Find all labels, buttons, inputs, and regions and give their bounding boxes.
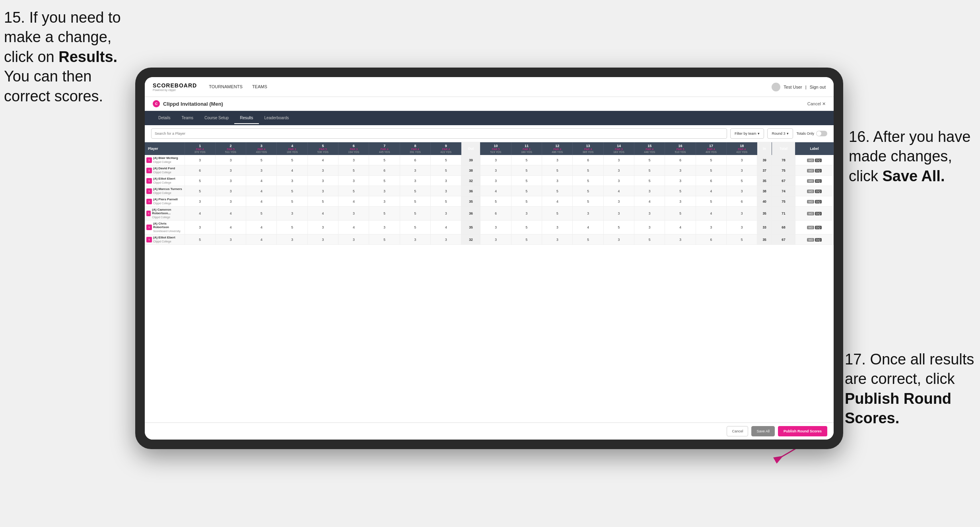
back-score-14[interactable]: 5 [603, 221, 634, 234]
hole-score-2[interactable]: 3 [215, 176, 246, 186]
hole-score-5[interactable]: 5 [307, 196, 338, 207]
hole-score-9[interactable]: 5 [431, 165, 461, 176]
back-score-12[interactable]: 3 [542, 155, 573, 165]
publish-button[interactable]: Publish Round Scores [778, 426, 827, 436]
cancel-button[interactable]: Cancel [727, 426, 748, 436]
back-score-17[interactable]: 6 [696, 176, 726, 186]
hole-score-9[interactable]: 5 [431, 155, 461, 165]
hole-score-2[interactable]: 4 [215, 207, 246, 221]
hole-score-8[interactable]: 3 [400, 176, 430, 186]
label-dq[interactable]: DQ [815, 159, 822, 162]
hole-score-5[interactable]: 4 [307, 207, 338, 221]
back-score-15[interactable]: 5 [634, 234, 665, 245]
tab-results[interactable]: Results [234, 112, 259, 124]
hole-score-3[interactable]: 4 [246, 176, 277, 186]
hole-score-7[interactable]: 5 [369, 155, 400, 165]
label-dq[interactable]: DQ [815, 238, 822, 242]
back-score-18[interactable]: 5 [727, 176, 757, 186]
hole-score-8[interactable]: 3 [400, 165, 430, 176]
hole-score-7[interactable]: 3 [369, 221, 400, 234]
nav-teams[interactable]: TEAMS [252, 83, 267, 91]
hole-score-3[interactable]: 4 [246, 196, 277, 207]
back-score-11[interactable]: 5 [511, 165, 542, 176]
hole-score-1[interactable]: 6 [185, 165, 215, 176]
hole-score-2[interactable]: 3 [215, 165, 246, 176]
label-wd[interactable]: WD [807, 238, 814, 242]
hole-score-6[interactable]: 3 [338, 234, 369, 245]
hole-score-8[interactable]: 5 [400, 221, 430, 234]
back-score-16[interactable]: 3 [665, 234, 696, 245]
hole-score-7[interactable]: 5 [369, 207, 400, 221]
back-score-18[interactable]: 3 [727, 155, 757, 165]
filter-team-btn[interactable]: Filter by team ▾ [730, 128, 764, 139]
save-all-button[interactable]: Save All [751, 426, 775, 436]
back-score-16[interactable]: 3 [665, 165, 696, 176]
hole-score-8[interactable]: 6 [400, 155, 430, 165]
hole-score-9[interactable]: 3 [431, 207, 461, 221]
hole-score-8[interactable]: 5 [400, 196, 430, 207]
hole-score-9[interactable]: 3 [431, 186, 461, 196]
hole-score-6[interactable]: 5 [338, 186, 369, 196]
hole-score-4[interactable]: 5 [277, 155, 307, 165]
back-score-14[interactable]: 3 [603, 234, 634, 245]
back-score-16[interactable]: 4 [665, 221, 696, 234]
hole-score-9[interactable]: 3 [431, 234, 461, 245]
back-score-16[interactable]: 3 [665, 176, 696, 186]
hole-score-4[interactable]: 3 [277, 176, 307, 186]
hole-score-1[interactable]: 3 [185, 155, 215, 165]
label-wd[interactable]: WD [807, 159, 814, 162]
hole-score-9[interactable]: 5 [431, 196, 461, 207]
back-score-10[interactable]: 4 [480, 186, 511, 196]
back-score-18[interactable]: 3 [727, 165, 757, 176]
label-dq[interactable]: DQ [815, 226, 822, 229]
back-score-12[interactable]: 5 [542, 165, 573, 176]
hole-score-5[interactable]: 4 [307, 155, 338, 165]
hole-score-5[interactable]: 3 [307, 165, 338, 176]
tab-details[interactable]: Details [153, 112, 176, 124]
label-dq[interactable]: DQ [815, 200, 822, 203]
hole-score-8[interactable]: 5 [400, 186, 430, 196]
hole-score-1[interactable]: 4 [185, 207, 215, 221]
back-score-17[interactable]: 5 [696, 165, 726, 176]
hole-score-4[interactable]: 5 [277, 196, 307, 207]
hole-score-8[interactable]: 3 [400, 234, 430, 245]
back-score-15[interactable]: 3 [634, 221, 665, 234]
back-score-15[interactable]: 5 [634, 155, 665, 165]
back-score-18[interactable]: 3 [727, 207, 757, 221]
back-score-11[interactable]: 3 [511, 207, 542, 221]
cancel-tournament-btn[interactable]: Cancel ✕ [807, 101, 826, 107]
back-score-17[interactable]: 5 [696, 196, 726, 207]
hole-score-8[interactable]: 5 [400, 207, 430, 221]
hole-score-2[interactable]: 3 [215, 155, 246, 165]
hole-score-2[interactable]: 4 [215, 221, 246, 234]
tab-teams[interactable]: Teams [176, 112, 199, 124]
hole-score-5[interactable]: 3 [307, 221, 338, 234]
back-score-11[interactable]: 5 [511, 221, 542, 234]
label-wd[interactable]: WD [807, 226, 814, 229]
back-score-17[interactable]: 3 [696, 221, 726, 234]
back-score-18[interactable]: 3 [727, 221, 757, 234]
hole-score-6[interactable]: 4 [338, 196, 369, 207]
hole-score-3[interactable]: 5 [246, 207, 277, 221]
back-score-15[interactable]: 4 [634, 196, 665, 207]
back-score-16[interactable]: 5 [665, 186, 696, 196]
back-score-11[interactable]: 5 [511, 196, 542, 207]
hole-score-2[interactable]: 3 [215, 234, 246, 245]
back-score-15[interactable]: 5 [634, 176, 665, 186]
nav-tournaments[interactable]: TOURNAMENTS [209, 83, 243, 91]
back-score-14[interactable]: 3 [603, 207, 634, 221]
label-wd[interactable]: WD [807, 212, 814, 215]
back-score-13[interactable]: 5 [573, 176, 603, 186]
hole-score-3[interactable]: 4 [246, 221, 277, 234]
hole-score-6[interactable]: 5 [338, 165, 369, 176]
hole-score-7[interactable]: 3 [369, 196, 400, 207]
back-score-13[interactable]: 5 [573, 186, 603, 196]
back-score-13[interactable]: 3 [573, 207, 603, 221]
hole-score-7[interactable]: 6 [369, 165, 400, 176]
hole-score-6[interactable]: 3 [338, 176, 369, 186]
back-score-17[interactable]: 4 [696, 186, 726, 196]
back-score-14[interactable]: 3 [603, 165, 634, 176]
hole-score-7[interactable]: 5 [369, 176, 400, 186]
hole-score-2[interactable]: 3 [215, 196, 246, 207]
back-score-11[interactable]: 5 [511, 176, 542, 186]
